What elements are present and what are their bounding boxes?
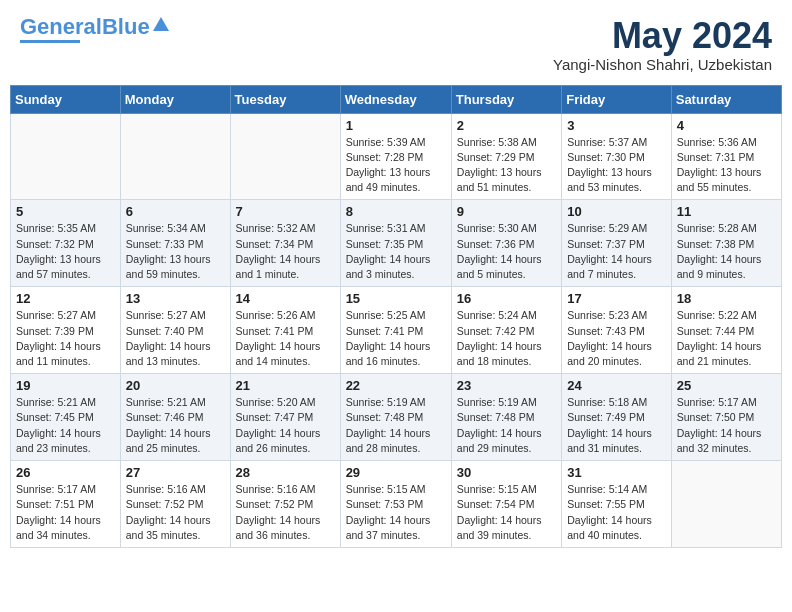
- weekday-header: Friday: [562, 85, 672, 113]
- logo: GeneralBlue: [20, 16, 171, 43]
- calendar-cell: [230, 113, 340, 200]
- calendar-cell: 28Sunrise: 5:16 AM Sunset: 7:52 PM Dayli…: [230, 461, 340, 548]
- day-info: Sunrise: 5:36 AM Sunset: 7:31 PM Dayligh…: [677, 135, 776, 196]
- day-info: Sunrise: 5:37 AM Sunset: 7:30 PM Dayligh…: [567, 135, 666, 196]
- day-info: Sunrise: 5:18 AM Sunset: 7:49 PM Dayligh…: [567, 395, 666, 456]
- day-number: 14: [236, 291, 335, 306]
- day-number: 8: [346, 204, 446, 219]
- calendar-cell: 12Sunrise: 5:27 AM Sunset: 7:39 PM Dayli…: [11, 287, 121, 374]
- calendar-cell: 22Sunrise: 5:19 AM Sunset: 7:48 PM Dayli…: [340, 374, 451, 461]
- day-info: Sunrise: 5:23 AM Sunset: 7:43 PM Dayligh…: [567, 308, 666, 369]
- weekday-header: Monday: [120, 85, 230, 113]
- day-info: Sunrise: 5:27 AM Sunset: 7:39 PM Dayligh…: [16, 308, 115, 369]
- day-number: 18: [677, 291, 776, 306]
- calendar-cell: 13Sunrise: 5:27 AM Sunset: 7:40 PM Dayli…: [120, 287, 230, 374]
- day-number: 15: [346, 291, 446, 306]
- day-info: Sunrise: 5:39 AM Sunset: 7:28 PM Dayligh…: [346, 135, 446, 196]
- title-area: May 2024 Yangi-Nishon Shahri, Uzbekistan: [553, 16, 772, 73]
- calendar-cell: 8Sunrise: 5:31 AM Sunset: 7:35 PM Daylig…: [340, 200, 451, 287]
- calendar-week-row: 5Sunrise: 5:35 AM Sunset: 7:32 PM Daylig…: [11, 200, 782, 287]
- day-info: Sunrise: 5:19 AM Sunset: 7:48 PM Dayligh…: [346, 395, 446, 456]
- day-info: Sunrise: 5:16 AM Sunset: 7:52 PM Dayligh…: [236, 482, 335, 543]
- calendar-cell: 2Sunrise: 5:38 AM Sunset: 7:29 PM Daylig…: [451, 113, 561, 200]
- day-info: Sunrise: 5:24 AM Sunset: 7:42 PM Dayligh…: [457, 308, 556, 369]
- calendar-cell: 17Sunrise: 5:23 AM Sunset: 7:43 PM Dayli…: [562, 287, 672, 374]
- day-info: Sunrise: 5:15 AM Sunset: 7:53 PM Dayligh…: [346, 482, 446, 543]
- calendar-cell: 18Sunrise: 5:22 AM Sunset: 7:44 PM Dayli…: [671, 287, 781, 374]
- day-number: 11: [677, 204, 776, 219]
- day-info: Sunrise: 5:22 AM Sunset: 7:44 PM Dayligh…: [677, 308, 776, 369]
- calendar-cell: [11, 113, 121, 200]
- day-number: 27: [126, 465, 225, 480]
- day-info: Sunrise: 5:30 AM Sunset: 7:36 PM Dayligh…: [457, 221, 556, 282]
- day-info: Sunrise: 5:19 AM Sunset: 7:48 PM Dayligh…: [457, 395, 556, 456]
- day-number: 13: [126, 291, 225, 306]
- calendar-cell: 4Sunrise: 5:36 AM Sunset: 7:31 PM Daylig…: [671, 113, 781, 200]
- day-info: Sunrise: 5:32 AM Sunset: 7:34 PM Dayligh…: [236, 221, 335, 282]
- day-number: 30: [457, 465, 556, 480]
- day-number: 29: [346, 465, 446, 480]
- day-info: Sunrise: 5:15 AM Sunset: 7:54 PM Dayligh…: [457, 482, 556, 543]
- calendar-cell: 9Sunrise: 5:30 AM Sunset: 7:36 PM Daylig…: [451, 200, 561, 287]
- day-info: Sunrise: 5:21 AM Sunset: 7:45 PM Dayligh…: [16, 395, 115, 456]
- logo-underline: [20, 40, 80, 43]
- calendar-cell: 6Sunrise: 5:34 AM Sunset: 7:33 PM Daylig…: [120, 200, 230, 287]
- day-number: 28: [236, 465, 335, 480]
- calendar-cell: 24Sunrise: 5:18 AM Sunset: 7:49 PM Dayli…: [562, 374, 672, 461]
- page-header: GeneralBlue May 2024 Yangi-Nishon Shahri…: [10, 10, 782, 79]
- calendar-week-row: 1Sunrise: 5:39 AM Sunset: 7:28 PM Daylig…: [11, 113, 782, 200]
- day-number: 10: [567, 204, 666, 219]
- calendar-table: SundayMondayTuesdayWednesdayThursdayFrid…: [10, 85, 782, 548]
- calendar-cell: 31Sunrise: 5:14 AM Sunset: 7:55 PM Dayli…: [562, 461, 672, 548]
- day-info: Sunrise: 5:17 AM Sunset: 7:50 PM Dayligh…: [677, 395, 776, 456]
- weekday-header: Saturday: [671, 85, 781, 113]
- day-number: 2: [457, 118, 556, 133]
- weekday-header: Thursday: [451, 85, 561, 113]
- calendar-cell: 21Sunrise: 5:20 AM Sunset: 7:47 PM Dayli…: [230, 374, 340, 461]
- day-info: Sunrise: 5:35 AM Sunset: 7:32 PM Dayligh…: [16, 221, 115, 282]
- svg-marker-0: [153, 17, 169, 31]
- calendar-cell: 14Sunrise: 5:26 AM Sunset: 7:41 PM Dayli…: [230, 287, 340, 374]
- day-number: 26: [16, 465, 115, 480]
- day-number: 9: [457, 204, 556, 219]
- calendar-cell: [671, 461, 781, 548]
- day-info: Sunrise: 5:27 AM Sunset: 7:40 PM Dayligh…: [126, 308, 225, 369]
- day-info: Sunrise: 5:38 AM Sunset: 7:29 PM Dayligh…: [457, 135, 556, 196]
- day-number: 1: [346, 118, 446, 133]
- weekday-header: Sunday: [11, 85, 121, 113]
- calendar-cell: 29Sunrise: 5:15 AM Sunset: 7:53 PM Dayli…: [340, 461, 451, 548]
- day-info: Sunrise: 5:14 AM Sunset: 7:55 PM Dayligh…: [567, 482, 666, 543]
- calendar-cell: 16Sunrise: 5:24 AM Sunset: 7:42 PM Dayli…: [451, 287, 561, 374]
- month-title: May 2024: [553, 16, 772, 56]
- logo-icon: [151, 15, 171, 35]
- calendar-cell: 20Sunrise: 5:21 AM Sunset: 7:46 PM Dayli…: [120, 374, 230, 461]
- weekday-header: Wednesday: [340, 85, 451, 113]
- calendar-cell: 7Sunrise: 5:32 AM Sunset: 7:34 PM Daylig…: [230, 200, 340, 287]
- day-info: Sunrise: 5:16 AM Sunset: 7:52 PM Dayligh…: [126, 482, 225, 543]
- day-number: 25: [677, 378, 776, 393]
- calendar-week-row: 19Sunrise: 5:21 AM Sunset: 7:45 PM Dayli…: [11, 374, 782, 461]
- weekday-header: Tuesday: [230, 85, 340, 113]
- day-info: Sunrise: 5:28 AM Sunset: 7:38 PM Dayligh…: [677, 221, 776, 282]
- day-number: 23: [457, 378, 556, 393]
- day-number: 17: [567, 291, 666, 306]
- day-info: Sunrise: 5:31 AM Sunset: 7:35 PM Dayligh…: [346, 221, 446, 282]
- day-number: 21: [236, 378, 335, 393]
- day-info: Sunrise: 5:25 AM Sunset: 7:41 PM Dayligh…: [346, 308, 446, 369]
- calendar-cell: 3Sunrise: 5:37 AM Sunset: 7:30 PM Daylig…: [562, 113, 672, 200]
- calendar-cell: 11Sunrise: 5:28 AM Sunset: 7:38 PM Dayli…: [671, 200, 781, 287]
- calendar-cell: 15Sunrise: 5:25 AM Sunset: 7:41 PM Dayli…: [340, 287, 451, 374]
- calendar-cell: 5Sunrise: 5:35 AM Sunset: 7:32 PM Daylig…: [11, 200, 121, 287]
- calendar-week-row: 12Sunrise: 5:27 AM Sunset: 7:39 PM Dayli…: [11, 287, 782, 374]
- day-number: 20: [126, 378, 225, 393]
- calendar-header-row: SundayMondayTuesdayWednesdayThursdayFrid…: [11, 85, 782, 113]
- location: Yangi-Nishon Shahri, Uzbekistan: [553, 56, 772, 73]
- calendar-cell: 1Sunrise: 5:39 AM Sunset: 7:28 PM Daylig…: [340, 113, 451, 200]
- day-number: 7: [236, 204, 335, 219]
- calendar-week-row: 26Sunrise: 5:17 AM Sunset: 7:51 PM Dayli…: [11, 461, 782, 548]
- day-number: 12: [16, 291, 115, 306]
- day-info: Sunrise: 5:26 AM Sunset: 7:41 PM Dayligh…: [236, 308, 335, 369]
- day-info: Sunrise: 5:17 AM Sunset: 7:51 PM Dayligh…: [16, 482, 115, 543]
- day-number: 6: [126, 204, 225, 219]
- calendar-cell: 19Sunrise: 5:21 AM Sunset: 7:45 PM Dayli…: [11, 374, 121, 461]
